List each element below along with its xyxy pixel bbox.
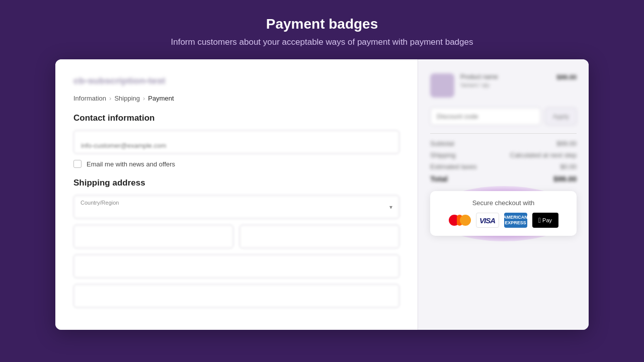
last-name-input[interactable]	[239, 225, 399, 248]
order-totals: Subtotal $99.00 Shipping Calculated at n…	[430, 133, 577, 183]
address-wrapper: Address	[73, 254, 399, 278]
payment-icons: VISA AMERICANEXPRESS  Pay	[440, 213, 567, 228]
first-name-input[interactable]	[73, 225, 233, 248]
address-input[interactable]	[73, 254, 399, 278]
visa-icon: VISA	[476, 213, 499, 228]
contact-section-title: Contact information	[73, 113, 399, 123]
breadcrumb: Information › Shipping › Payment	[73, 95, 399, 102]
total-value: $99.00	[553, 174, 577, 183]
secure-checkout-card: Secure checkout with VISA AMERICANEXPRES…	[430, 191, 577, 236]
country-select[interactable]	[73, 195, 399, 219]
tax-row: Estimated taxes $0.00	[430, 163, 577, 170]
apply-discount-button[interactable]: Apply	[545, 108, 577, 125]
main-frame: cb-subscription-test Information › Shipp…	[55, 59, 589, 330]
newsletter-label: Email me with news and offers	[87, 160, 175, 168]
apple-logo: 	[538, 216, 541, 224]
shipping-section-title: Shipping address	[73, 178, 399, 188]
breadcrumb-information[interactable]: Information	[73, 95, 106, 102]
page-subtitle: Inform customers about your acceptable w…	[20, 37, 624, 47]
secure-checkout-label: Secure checkout with	[440, 199, 567, 207]
newsletter-checkbox[interactable]	[73, 160, 82, 168]
email-field-wrapper: Email	[73, 130, 399, 154]
email-input[interactable]	[73, 130, 399, 154]
order-item-price: $99.00	[556, 73, 577, 81]
order-item-details: Product name Variant / qty	[460, 73, 550, 88]
mastercard-icon	[449, 213, 471, 228]
contact-section: Contact information Email Email me with …	[73, 113, 399, 168]
breadcrumb-payment[interactable]: Payment	[148, 95, 174, 102]
shipping-address-section: Shipping address Country/Region ▾ First …	[73, 178, 399, 308]
tax-label: Estimated taxes	[430, 163, 477, 170]
first-name-wrapper: First name (optional)	[73, 225, 233, 248]
page-title: Payment badges	[20, 16, 624, 32]
order-item: Product name Variant / qty $99.00	[430, 73, 577, 98]
amex-icon: AMERICANEXPRESS	[504, 213, 527, 228]
secure-checkout-wrapper: Secure checkout with VISA AMERICANEXPRES…	[430, 191, 577, 236]
subtotal-value: $99.00	[556, 140, 577, 147]
shipping-value: Calculated at next step	[510, 151, 577, 159]
breadcrumb-sep-2: ›	[143, 95, 145, 102]
apt-wrapper: Apartment, suite, etc. (optional)	[73, 284, 399, 308]
order-item-name: Product name	[460, 73, 550, 80]
mc-right-circle	[460, 215, 471, 226]
breadcrumb-shipping[interactable]: Shipping	[114, 95, 140, 102]
total-label: Total	[430, 174, 448, 183]
product-thumbnail	[430, 73, 454, 98]
checkout-form-panel: cb-subscription-test Information › Shipp…	[55, 59, 418, 330]
apple-pay-icon:  Pay	[532, 213, 558, 228]
shipping-label: Shipping	[430, 151, 456, 159]
tax-value: $0.00	[560, 163, 577, 170]
subtotal-label: Subtotal	[430, 140, 454, 147]
apple-pay-text: Pay	[542, 217, 552, 223]
order-summary-panel: Product name Variant / qty $99.00 Apply …	[418, 59, 589, 330]
store-name: cb-subscription-test	[73, 75, 399, 86]
grand-total-row: Total $99.00	[430, 174, 577, 183]
name-row: First name (optional) Last name	[73, 225, 399, 248]
apt-input[interactable]	[73, 284, 399, 308]
last-name-wrapper: Last name	[239, 225, 399, 248]
subtotal-row: Subtotal $99.00	[430, 140, 577, 147]
page-header: Payment badges Inform customers about yo…	[0, 0, 644, 59]
newsletter-row: Email me with news and offers	[73, 160, 399, 168]
country-field-wrapper: Country/Region ▾	[73, 195, 399, 219]
discount-row: Apply	[430, 108, 577, 125]
discount-input[interactable]	[430, 108, 541, 125]
shipping-row: Shipping Calculated at next step	[430, 151, 577, 159]
breadcrumb-sep-1: ›	[109, 95, 111, 102]
